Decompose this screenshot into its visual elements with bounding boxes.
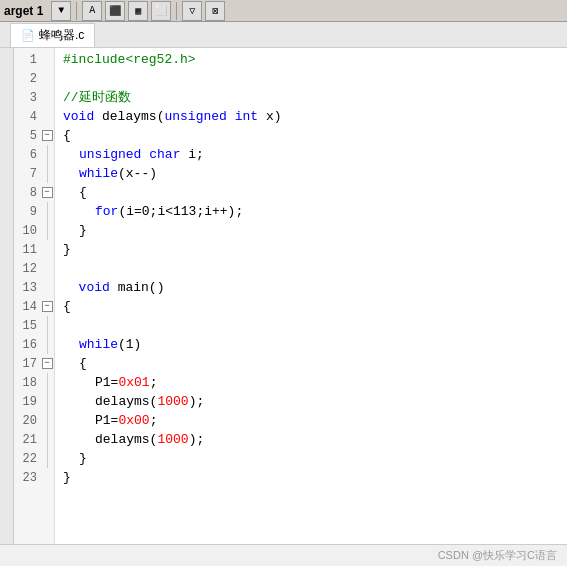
line-number: 16 xyxy=(14,338,40,352)
line-number-row: 16 xyxy=(14,335,54,354)
line-number-row: 11 xyxy=(14,240,54,259)
fold-cell[interactable]: − xyxy=(40,358,54,369)
line-number: 23 xyxy=(14,471,40,485)
line-number-row: 21 xyxy=(14,430,54,449)
fold-cell xyxy=(40,392,54,411)
line-number-row: 20 xyxy=(14,411,54,430)
token-plain: { xyxy=(63,126,71,145)
line-number-row: 12 xyxy=(14,259,54,278)
token-plain: { xyxy=(79,183,87,202)
fold-cell xyxy=(40,373,54,392)
fold-cell[interactable]: − xyxy=(40,130,54,141)
line-number-row: 22 xyxy=(14,449,54,468)
fold-cell xyxy=(40,221,54,240)
token-hex: 0x01 xyxy=(118,373,149,392)
token-plain: } xyxy=(63,240,71,259)
toolbar-icon-filter[interactable]: ▽ xyxy=(182,1,202,21)
code-line: P1=0x00; xyxy=(63,411,559,430)
fold-cell[interactable]: − xyxy=(40,187,54,198)
toolbar-icon-3[interactable]: ⬛ xyxy=(105,1,125,21)
code-line: { xyxy=(63,183,559,202)
line-number: 11 xyxy=(14,243,40,257)
fold-button[interactable]: − xyxy=(42,301,53,312)
line-number: 6 xyxy=(14,148,40,162)
line-number: 19 xyxy=(14,395,40,409)
token-plain: ); xyxy=(189,430,205,449)
fold-cell xyxy=(40,202,54,221)
fold-cell[interactable]: − xyxy=(40,301,54,312)
code-line: void delayms(unsigned int x) xyxy=(63,107,559,126)
line-number-row: 15 xyxy=(14,316,54,335)
token-kw: unsigned xyxy=(79,145,141,164)
line-number-row: 8− xyxy=(14,183,54,202)
token-plain: i; xyxy=(180,145,203,164)
token-plain: (i=0;i<113;i++); xyxy=(118,202,243,221)
token-plain: P1= xyxy=(95,373,118,392)
token-kw: void xyxy=(63,107,94,126)
line-number-row: 13 xyxy=(14,278,54,297)
watermark-text: CSDN @快乐学习C语言 xyxy=(438,548,557,563)
line-number-row: 14− xyxy=(14,297,54,316)
line-number: 9 xyxy=(14,205,40,219)
line-number: 2 xyxy=(14,72,40,86)
code-line xyxy=(63,316,559,335)
token-kw: while xyxy=(79,164,118,183)
code-line: while(x--) xyxy=(63,164,559,183)
line-number: 18 xyxy=(14,376,40,390)
toolbar-icon-target[interactable]: ⊠ xyxy=(205,1,225,21)
fold-button[interactable]: − xyxy=(42,187,53,198)
toolbar-icon-5[interactable]: ⬜ xyxy=(151,1,171,21)
editor-area: 12345−678−91011121314−151617−18192021222… xyxy=(0,48,567,544)
line-number-row: 1 xyxy=(14,50,54,69)
fold-cell xyxy=(40,411,54,430)
line-number: 7 xyxy=(14,167,40,181)
code-line: } xyxy=(63,221,559,240)
toolbar-icon-2[interactable]: A xyxy=(82,1,102,21)
line-number: 8 xyxy=(14,186,40,200)
line-number: 20 xyxy=(14,414,40,428)
code-line xyxy=(63,69,559,88)
code-line: while(1) xyxy=(63,335,559,354)
line-number-row: 10 xyxy=(14,221,54,240)
token-plain: delayms( xyxy=(95,392,157,411)
token-plain xyxy=(141,145,149,164)
token-kw: char xyxy=(149,145,180,164)
fold-cell xyxy=(40,335,54,354)
file-icon: 📄 xyxy=(21,29,35,42)
line-number-row: 17− xyxy=(14,354,54,373)
code-content[interactable]: #include<reg52.h> //延时函数void delayms(uns… xyxy=(55,48,567,544)
token-plain: ); xyxy=(189,392,205,411)
line-number: 17 xyxy=(14,357,40,371)
fold-button[interactable]: − xyxy=(42,358,53,369)
token-plain: P1= xyxy=(95,411,118,430)
token-plain: (x--) xyxy=(118,164,157,183)
fold-cell xyxy=(40,240,54,259)
file-tab-beeper[interactable]: 📄 蜂鸣器.c xyxy=(10,23,95,47)
code-line: } xyxy=(63,449,559,468)
fold-cell xyxy=(40,50,54,69)
code-line xyxy=(63,259,559,278)
toolbar-icon-4[interactable]: ▦ xyxy=(128,1,148,21)
file-tab-bar: 📄 蜂鸣器.c xyxy=(0,22,567,48)
token-kw: int xyxy=(235,107,258,126)
toolbar-icon-1[interactable]: ▼ xyxy=(51,1,71,21)
line-number-row: 23 xyxy=(14,468,54,487)
line-number-row: 7 xyxy=(14,164,54,183)
code-line: } xyxy=(63,468,559,487)
token-plain: delayms( xyxy=(94,107,164,126)
token-kw: unsigned xyxy=(164,107,226,126)
fold-button[interactable]: − xyxy=(42,130,53,141)
line-number: 12 xyxy=(14,262,40,276)
code-line: void main() xyxy=(63,278,559,297)
line-number: 22 xyxy=(14,452,40,466)
token-plain: main() xyxy=(110,278,165,297)
fold-cell xyxy=(40,316,54,335)
fold-cell xyxy=(40,449,54,468)
fold-cell xyxy=(40,107,54,126)
fold-cell xyxy=(40,259,54,278)
line-number: 15 xyxy=(14,319,40,333)
code-line: { xyxy=(63,297,559,316)
token-kw: for xyxy=(95,202,118,221)
code-line: { xyxy=(63,354,559,373)
title-bar-text: arget 1 xyxy=(4,4,43,18)
